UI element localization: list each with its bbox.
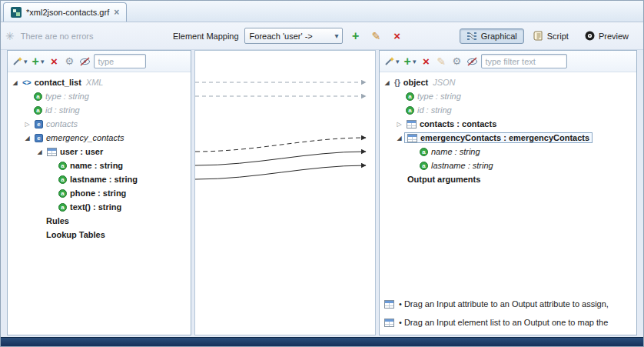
tree-label: emergency_contacts [46, 133, 124, 142]
add-mapping-button[interactable]: + [348, 28, 363, 44]
chevron-down-icon: ▾ [24, 58, 28, 65]
add-element-button[interactable]: + ▾ [31, 54, 46, 69]
tree-label: lastname : string [70, 175, 138, 184]
gear-icon: ⚙ [453, 55, 462, 67]
hide-unmapped-button[interactable] [465, 54, 480, 69]
remove-element-button[interactable]: × [419, 54, 433, 69]
tree-row-id[interactable]: a id : string [380, 103, 636, 117]
tab-preview-label: Preview [599, 32, 629, 41]
foreach-dropdown-value: Foreach 'user' -> [250, 32, 313, 41]
tree-label: Rules [46, 216, 69, 225]
input-filter-field[interactable] [94, 54, 146, 68]
tab-title: *xml2json-contacts.grf [26, 8, 109, 17]
tab-preview[interactable]: Preview [578, 28, 636, 44]
status-text: There are no errors [21, 32, 94, 41]
expander-icon[interactable]: ▷ [395, 121, 403, 128]
json-object-icon: {} [394, 78, 400, 87]
tree-row-name[interactable]: a name : string [8, 158, 191, 172]
bottom-status-bar[interactable] [1, 337, 643, 346]
tree-row-name[interactable]: a name : string [380, 145, 636, 158]
tree-label: type : string [417, 92, 461, 101]
expander-icon[interactable]: ◢ [395, 135, 403, 142]
chevron-down-icon: ▾ [41, 58, 45, 65]
edit-mapping-button[interactable]: ✎ [369, 28, 384, 44]
xml-root-icon: <> [22, 78, 32, 87]
element-list-icon [407, 134, 417, 142]
tree-row-contacts[interactable]: ▷ e contacts [8, 117, 191, 131]
expander-icon[interactable]: ▷ [23, 121, 32, 128]
edit-element-button[interactable]: ✎ [434, 54, 448, 69]
tree-label: id : string [45, 105, 80, 115]
tree-row-id[interactable]: a id : string [8, 103, 191, 117]
chevron-down-icon: ▾ [396, 58, 400, 65]
mapping-line-lastname [195, 165, 366, 179]
editor-tab[interactable]: *xml2json-contacts.grf × [3, 2, 127, 22]
tab-graphical[interactable]: Graphical [460, 28, 524, 44]
tree-row-type[interactable]: a type : string [8, 89, 191, 103]
tree-row-output-arguments[interactable]: Output arguments [380, 172, 636, 186]
tree-row-text[interactable]: a text() : string [8, 200, 191, 214]
auto-map-button[interactable]: ▾ [11, 54, 29, 69]
tree-row-emergency-contacts[interactable]: ◢ emergencyContacts : emergencyContacts [380, 131, 636, 145]
tree-row-type[interactable]: a type : string [380, 89, 636, 103]
tree-row-lastname[interactable]: a lastname : string [380, 158, 636, 172]
output-tree-panel: ▾ + ▾ × ✎ ⚙ [379, 50, 637, 335]
add-element-button[interactable]: + ▾ [403, 54, 418, 69]
expander-icon[interactable]: ◢ [11, 79, 19, 86]
settings-button[interactable]: ⚙ [62, 54, 76, 69]
tree-label: name : string [70, 161, 123, 170]
tree-row-lookup-tables[interactable]: Lookup Tables [8, 228, 191, 242]
element-list-map-icon [384, 319, 394, 327]
chevron-down-icon: ▾ [413, 58, 417, 65]
status-star-icon: ✳ [5, 30, 15, 42]
settings-button[interactable]: ⚙ [450, 54, 463, 69]
tree-label: id : string [417, 105, 452, 115]
tree-row-contact-list[interactable]: ◢ <> contact_list XML [8, 75, 191, 89]
expander-icon[interactable]: ◢ [23, 135, 32, 142]
magic-wand-icon [384, 56, 394, 66]
remove-element-button[interactable]: × [47, 54, 61, 69]
plus-icon: + [32, 56, 39, 67]
hint-text: • Drag an Input attribute to an Output a… [399, 299, 609, 309]
element-icon: e [35, 120, 43, 128]
expander-icon[interactable]: ◢ [35, 148, 44, 155]
tree-row-lastname[interactable]: a lastname : string [8, 172, 191, 186]
tree-label: object [403, 78, 428, 87]
tree-row-object[interactable]: ◢ {} object JSON [380, 75, 636, 89]
tree-label: Lookup Tables [46, 230, 105, 239]
attribute-icon: a [34, 92, 42, 101]
preview-view-icon [585, 31, 595, 41]
tree-row-contacts[interactable]: ▷ contacts : contacts [380, 117, 636, 131]
tab-script-label: Script [547, 32, 569, 41]
element-mapping-label: Element Mapping [173, 32, 239, 41]
output-tree: ◢ {} object JSON a type : string a id : … [380, 72, 636, 186]
attribute-icon: a [420, 162, 428, 170]
tree-row-emergency-contacts[interactable]: ◢ e emergency_contacts [8, 131, 191, 145]
output-filter-field[interactable] [481, 54, 567, 68]
mapping-canvas-panel[interactable] [194, 50, 376, 335]
element-icon: e [35, 134, 43, 142]
hide-unmapped-button[interactable] [78, 54, 92, 69]
gear-icon: ⚙ [65, 55, 75, 67]
tree-row-rules[interactable]: Rules [8, 214, 191, 228]
expander-icon[interactable]: ◢ [383, 79, 391, 86]
tree-label: contact_list [35, 78, 81, 87]
hints-area: • Drag an Input attribute to an Output a… [384, 295, 633, 332]
tree-label: phone : string [70, 189, 126, 198]
tree-label: lastname : string [431, 161, 493, 170]
attribute-icon: a [58, 162, 67, 170]
auto-map-button[interactable]: ▾ [383, 54, 401, 69]
delete-mapping-button[interactable]: × [390, 28, 405, 44]
mapping-lines [195, 51, 375, 336]
tab-script[interactable]: Script [526, 28, 576, 44]
close-tab-icon[interactable]: × [114, 8, 119, 16]
delete-icon: × [393, 31, 400, 42]
foreach-dropdown[interactable]: Foreach 'user' -> ▾ [244, 28, 343, 44]
attribute-icon: a [420, 148, 428, 156]
eye-slash-icon [79, 57, 91, 66]
mapping-line-name [195, 152, 366, 165]
tree-row-user[interactable]: ◢ user : user [8, 145, 191, 158]
graph-file-icon [11, 7, 22, 18]
tree-label: emergencyContacts : emergencyContacts [420, 133, 589, 142]
tree-row-phone[interactable]: a phone : string [8, 186, 191, 200]
